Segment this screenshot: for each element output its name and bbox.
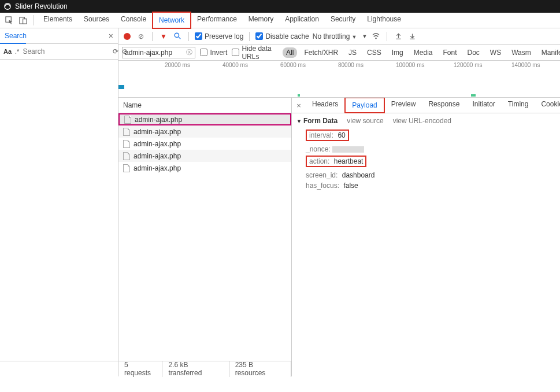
document-icon [123,152,130,160]
export-har-icon[interactable] [407,32,417,40]
network-conditions-icon[interactable] [370,32,381,40]
svg-rect-3 [23,19,27,23]
detail-tab-headers[interactable]: Headers [306,97,344,113]
detail-tab-timing[interactable]: Timing [502,97,535,113]
refresh-icon[interactable]: ⟳ [113,47,118,56]
invert-checkbox[interactable]: Invert [200,49,227,57]
request-row[interactable]: admin-ajax.php [118,162,291,174]
timeline-tick: 80000 ms [338,62,364,68]
app-logo-icon [3,2,12,10]
detail-tab-payload[interactable]: Payload [344,97,384,113]
throttle-more-icon[interactable]: ▼ [362,34,367,39]
search-results-empty [0,60,118,361]
timeline-tick: 120000 ms [454,62,482,68]
type-filter-media[interactable]: Media [410,47,436,58]
devtools-tabs: ElementsSourcesConsoleNetworkPerformance… [0,13,560,28]
footer-resources: 235 B resources [229,361,291,377]
document-icon [123,164,130,172]
request-name: admin-ajax.php [135,116,182,124]
request-name: admin-ajax.php [133,140,181,148]
clear-filter-icon[interactable]: ⓧ [186,48,192,57]
request-list: Name admin-ajax.phpadmin-ajax.phpadmin-a… [118,98,292,376]
filter-icon[interactable]: ▼ [158,32,169,40]
import-har-icon[interactable] [393,32,403,40]
search-icon[interactable] [172,32,183,40]
network-filter-row: admin-ajax.php ⓧ Invert Hide data URLs A… [118,45,560,61]
timeline-tick: 100000 ms [396,62,424,68]
type-filter-font[interactable]: Font [439,47,460,58]
search-panel-header: Search × [0,28,118,44]
tab-security[interactable]: Security [325,12,361,29]
type-filter-fetch-xhr[interactable]: Fetch/XHR [301,47,342,58]
clear-icon[interactable]: ⊘ [136,32,146,40]
window-titlebar: Slider Revolution [0,0,560,13]
close-icon[interactable]: × [109,31,113,40]
type-filter-img[interactable]: Img [388,47,407,58]
search-criteria-row: Aa .* ⟳ ⊘ [0,44,118,60]
disable-cache-checkbox[interactable]: Disable cache [255,32,309,40]
detail-tabs: × HeadersPayloadPreviewResponseInitiator… [292,98,560,113]
form-data-row: interval: 60 [296,128,560,144]
search-footer [0,361,118,376]
search-panel: Search × Aa .* ⟳ ⊘ [0,28,118,376]
request-row[interactable]: admin-ajax.php [118,125,291,138]
detail-tab-preview[interactable]: Preview [385,97,422,113]
form-data-row: _nonce: [296,144,560,154]
svg-point-6 [375,38,376,39]
tab-network[interactable]: Network [152,12,191,29]
tab-sources[interactable]: Sources [78,12,115,29]
timeline-tick: 40000 ms [222,62,248,68]
close-detail-icon[interactable]: × [292,101,306,110]
request-name: admin-ajax.php [133,152,181,160]
record-button[interactable] [122,33,132,40]
regex-toggle[interactable]: .* [15,48,19,55]
search-input[interactable] [23,47,109,56]
filter-input[interactable]: admin-ajax.php ⓧ [122,47,195,58]
name-column-header[interactable]: Name [118,98,291,113]
form-data-toggle[interactable]: ▼Form Data [296,117,338,125]
detail-tab-cookies[interactable]: Cookies [535,97,560,113]
request-row[interactable]: admin-ajax.php [118,113,291,125]
network-panel: ⊘ ▼ Preserve log Disable cache No thrott… [118,28,560,376]
inspect-element-icon[interactable] [2,13,16,27]
network-timeline[interactable]: 20000 ms40000 ms60000 ms80000 ms100000 m… [118,61,560,98]
preserve-log-checkbox[interactable]: Preserve log [195,32,243,40]
form-data-row: screen_id: dashboard [296,170,560,180]
window-title: Slider Revolution [15,2,68,10]
type-filter-manifest[interactable]: Manifest [538,47,560,58]
type-filter-all[interactable]: All [283,47,297,58]
search-tab-label[interactable]: Search [5,32,27,40]
tab-lighthouse[interactable]: Lighthouse [361,12,407,29]
tab-memory[interactable]: Memory [243,12,279,29]
detail-tab-response[interactable]: Response [422,97,466,113]
payload-body: ▼Form Data view source view URL-encoded … [292,113,560,194]
type-filter-js[interactable]: JS [345,47,360,58]
type-filter-wasm[interactable]: Wasm [508,47,535,58]
timeline-tick: 140000 ms [511,62,540,68]
tab-application[interactable]: Application [279,12,325,29]
document-icon [124,116,131,124]
request-row[interactable]: admin-ajax.php [118,150,291,162]
timeline-tick: 20000 ms [165,62,190,68]
type-filter-ws[interactable]: WS [487,47,505,58]
form-data-row: action: heartbeat [296,154,560,170]
throttling-select[interactable]: No throttling▼ [313,32,357,40]
timeline-tick: 60000 ms [280,62,306,68]
view-source-link[interactable]: view source [347,117,383,125]
network-footer: 5 requests 2.6 kB transferred 235 B reso… [118,361,291,376]
hide-data-urls-checkbox[interactable]: Hide data URLs [232,45,278,61]
network-toolbar: ⊘ ▼ Preserve log Disable cache No thrott… [118,28,560,45]
form-data-row: has_focus: false [296,180,560,191]
type-filter-doc[interactable]: Doc [463,47,483,58]
document-icon [123,140,130,148]
document-icon [123,128,130,136]
match-case-toggle[interactable]: Aa [3,48,12,55]
device-toggle-icon[interactable] [16,13,30,27]
tab-performance[interactable]: Performance [191,12,243,29]
detail-tab-initiator[interactable]: Initiator [466,97,501,113]
type-filter-css[interactable]: CSS [364,47,385,58]
tab-console[interactable]: Console [115,12,152,29]
request-row[interactable]: admin-ajax.php [118,138,291,150]
view-url-encoded-link[interactable]: view URL-encoded [393,117,451,125]
tab-elements[interactable]: Elements [38,12,78,29]
